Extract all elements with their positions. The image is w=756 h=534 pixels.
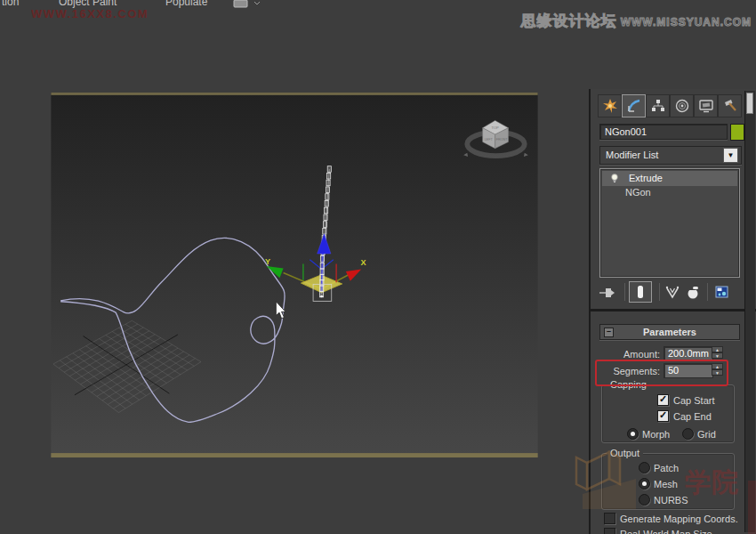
modifier-list-arrow[interactable]: ▼	[723, 148, 738, 163]
display-monitor-icon	[698, 98, 714, 114]
patch-label: Patch	[654, 463, 679, 473]
hierarchy-icon	[650, 98, 666, 114]
ribbon-tab-partial[interactable]: tion	[2, 0, 19, 8]
cap-end-label: Cap End	[673, 411, 712, 422]
rollout-title: Parameters	[643, 327, 696, 337]
morph-label: Morph	[642, 429, 670, 440]
utilities-hammer-icon	[722, 98, 738, 114]
parameters-rollout-header[interactable]: – Parameters	[599, 324, 740, 340]
nurbs-label: NURBS	[654, 495, 688, 506]
real-world-label: Real-World Map Size	[620, 529, 712, 534]
watermark-16xx8: WWW.16XX8.COM	[31, 7, 149, 20]
object-color-swatch[interactable]	[730, 124, 744, 141]
output-title: Output	[607, 448, 643, 458]
axis-label-y: Y	[265, 257, 270, 266]
stack-item-label: Extrude	[629, 173, 663, 183]
remove-modifier-icon	[685, 286, 701, 300]
show-end-result-icon	[635, 285, 646, 299]
remove-modifier-button[interactable]	[682, 283, 704, 303]
morph-radio[interactable]	[627, 428, 639, 440]
cap-start-label: Cap Start	[673, 395, 714, 406]
cap-start-checkbox[interactable]	[657, 394, 669, 406]
amount-value-field[interactable]: 200.0mm	[664, 346, 713, 360]
stack-item-extrude[interactable]: Extrude	[602, 171, 737, 186]
make-unique-icon	[664, 286, 680, 300]
ribbon-monitor-icon[interactable]	[233, 0, 260, 9]
generate-mapping-label: Generate Mapping Coords.	[620, 514, 738, 524]
pivot-dot	[320, 295, 323, 298]
show-end-result-button[interactable]	[629, 281, 652, 303]
stack-item-label: NGon	[625, 187, 651, 198]
grid-label: Grid	[697, 429, 716, 440]
3dsmax-window: tion Object Paint Populate WWW.16XX8.COM…	[0, 0, 756, 534]
tab-hierarchy[interactable]	[646, 94, 670, 117]
watermark-missyuan-url: WWW.MISSYUAN.COM	[621, 16, 752, 28]
amount-spinner[interactable]: ▲▼	[712, 346, 723, 359]
watermark-missyuan: 思缘设计论坛 WWW.MISSYUAN.COM	[494, 11, 752, 31]
generate-mapping-checkbox[interactable]	[604, 513, 615, 524]
amount-label: Amount:	[596, 349, 660, 360]
mesh-label: Mesh	[654, 479, 678, 490]
viewport-border-top	[51, 93, 537, 95]
modifier-list-dropdown[interactable]: Modifier List	[599, 146, 742, 165]
axis-label-x: X	[360, 258, 366, 267]
segments-highlight-annotation	[595, 360, 728, 386]
mesh-radio[interactable]	[639, 478, 650, 490]
configure-sets-icon	[714, 285, 730, 300]
viewcube-left-label: LEFT	[485, 138, 494, 142]
panel-scrollbar-thumb[interactable]	[746, 93, 753, 114]
tab-display[interactable]	[694, 94, 718, 117]
stack-item-ngon[interactable]: NGon	[602, 185, 737, 200]
command-panel: NGon001 Modifier List ▼ Extrude NGon	[589, 89, 756, 534]
viewport[interactable]: TOP LEFT FRONT Y X	[0, 93, 589, 534]
pin-icon	[599, 286, 617, 300]
ribbon-tab-populate[interactable]: Populate	[165, 0, 207, 8]
real-world-checkbox[interactable]	[604, 528, 615, 534]
rollout-collapse-icon[interactable]: –	[604, 328, 614, 337]
panel-scrollbar[interactable]	[744, 91, 755, 532]
tab-modify[interactable]	[622, 94, 646, 117]
viewport-border-bottom	[51, 453, 537, 457]
tab-create[interactable]	[598, 94, 622, 117]
modifier-stack[interactable]: Extrude NGon	[599, 168, 740, 278]
make-unique-button[interactable]	[662, 283, 683, 303]
grid-radio[interactable]	[682, 428, 694, 440]
object-name-field[interactable]: NGon001	[599, 124, 728, 140]
configure-modifier-sets-button[interactable]	[712, 282, 733, 302]
watermark-missyuan-name: 思缘设计论坛	[521, 12, 617, 29]
viewport-background[interactable]	[51, 93, 537, 457]
modify-curve-icon	[629, 101, 639, 111]
cap-end-checkbox[interactable]	[657, 410, 669, 422]
motion-wheel-icon	[674, 98, 690, 114]
pin-stack-button[interactable]	[598, 283, 619, 303]
nurbs-radio[interactable]	[639, 494, 650, 506]
viewcube-top-label: TOP	[491, 125, 499, 130]
patch-radio[interactable]	[639, 462, 650, 473]
viewcube-front-label: FRONT	[496, 138, 509, 142]
tab-utilities[interactable]	[718, 94, 742, 117]
modifier-enabled-bulb-icon[interactable]	[609, 173, 620, 183]
tab-motion[interactable]	[670, 94, 694, 117]
